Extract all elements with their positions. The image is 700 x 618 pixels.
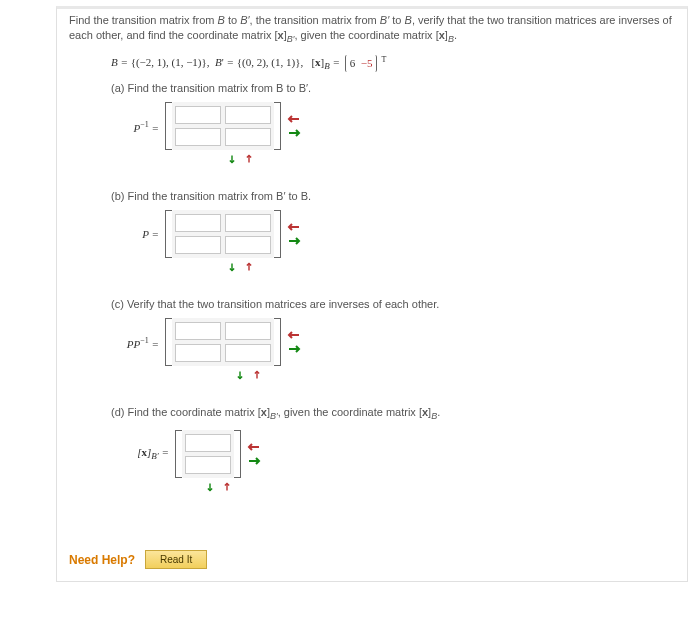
arrow-left-icon[interactable]	[287, 330, 301, 340]
part-a-row-arrows	[111, 154, 675, 166]
arrow-right-icon[interactable]	[287, 344, 301, 354]
part-d-cell-1[interactable]	[185, 434, 231, 452]
arrow-down-icon[interactable]	[225, 262, 239, 272]
part-c-lhs: PP−1 =	[111, 336, 165, 350]
need-help: Need Help? Read It	[69, 550, 207, 569]
part-b-cell-21[interactable]	[175, 236, 221, 254]
part-b-label: (b) Find the transition matrix from B′ t…	[111, 190, 675, 202]
need-help-label: Need Help?	[69, 553, 135, 567]
part-c-matrix	[165, 318, 281, 366]
part-d-lhs: [x]B′ =	[111, 446, 175, 461]
part-b-cell-12[interactable]	[225, 214, 271, 232]
question-intro: Find the transition matrix from B to B′,…	[69, 13, 675, 45]
part-b-col-arrows	[287, 222, 301, 246]
arrow-up-icon[interactable]	[250, 370, 264, 380]
arrow-right-icon[interactable]	[287, 128, 301, 138]
arrow-left-icon[interactable]	[287, 114, 301, 124]
part-c-cell-11[interactable]	[175, 322, 221, 340]
part-c-cell-21[interactable]	[175, 344, 221, 362]
arrow-down-icon[interactable]	[203, 482, 217, 492]
part-c-row-arrows	[111, 370, 675, 382]
part-a-lhs: P−1 =	[111, 120, 165, 134]
part-a-col-arrows	[287, 114, 301, 138]
part-a-eq: P−1 =	[111, 102, 675, 150]
given-data: B = {(−2, 1), (1, −1)}, B = {(0, 2), (1,…	[111, 55, 675, 72]
part-c-cell-22[interactable]	[225, 344, 271, 362]
arrow-right-icon[interactable]	[247, 456, 261, 466]
part-b-cell-22[interactable]	[225, 236, 271, 254]
arrow-right-icon[interactable]	[287, 236, 301, 246]
read-it-button[interactable]: Read It	[145, 550, 207, 569]
part-d-row-arrows	[111, 482, 675, 494]
part-c-label: (c) Verify that the two transition matri…	[111, 298, 675, 310]
part-b-cell-11[interactable]	[175, 214, 221, 232]
xB-val-2: −5	[361, 57, 373, 69]
arrow-up-icon[interactable]	[242, 262, 256, 272]
part-b-row-arrows	[111, 262, 675, 274]
part-a-cell-22[interactable]	[225, 128, 271, 146]
part-a-cell-12[interactable]	[225, 106, 271, 124]
question-card: Find the transition matrix from B to B′,…	[56, 6, 688, 582]
arrow-left-icon[interactable]	[247, 442, 261, 452]
part-d-cell-2[interactable]	[185, 456, 231, 474]
arrow-up-icon[interactable]	[242, 154, 256, 164]
part-a-label: (a) Find the transition matrix from B to…	[111, 82, 675, 94]
page: Find the transition matrix from B to B′,…	[0, 0, 700, 618]
part-d-label: (d) Find the coordinate matrix [x]B′, gi…	[111, 406, 675, 421]
arrow-down-icon[interactable]	[233, 370, 247, 380]
part-d-matrix	[175, 430, 241, 478]
part-c-cell-12[interactable]	[225, 322, 271, 340]
basis-Bprime: B	[215, 56, 224, 68]
part-d-col-arrows	[247, 442, 261, 466]
arrow-left-icon[interactable]	[287, 222, 301, 232]
part-c-col-arrows	[287, 330, 301, 354]
part-b-eq: P =	[111, 210, 675, 258]
basis-B: B	[111, 56, 118, 68]
part-b-lhs: P =	[111, 228, 165, 240]
part-c-eq: PP−1 =	[111, 318, 675, 366]
part-a-matrix	[165, 102, 281, 150]
xB-val-1: 6	[350, 57, 356, 69]
part-d-eq: [x]B′ =	[111, 430, 675, 478]
part-b-matrix	[165, 210, 281, 258]
xB-vector: 6 −5	[345, 55, 378, 72]
arrow-up-icon[interactable]	[220, 482, 234, 492]
part-a-cell-11[interactable]	[175, 106, 221, 124]
arrow-down-icon[interactable]	[225, 154, 239, 164]
part-a-cell-21[interactable]	[175, 128, 221, 146]
transpose-mark: T	[381, 55, 386, 64]
